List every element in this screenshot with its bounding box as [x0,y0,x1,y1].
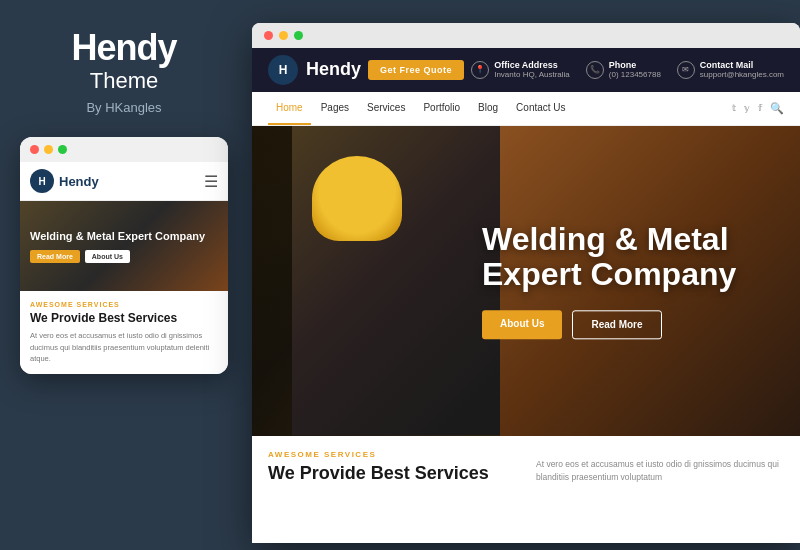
site-logo-name: Hendy [306,59,361,80]
site-hero: Welding & Metal Expert Company About Us … [252,126,800,436]
phone-value: (0) 123456788 [609,70,661,79]
nav-socials: 𝕥 𝕪 𝕗 🔍 [732,102,784,115]
hero-read-more-button[interactable]: Read More [572,310,661,339]
site-nav: Home Pages Services Portfolio Blog Conta… [252,92,800,126]
services-body-text: At vero eos et accusamus et iusto odio d… [536,458,784,485]
get-free-quote-button[interactable]: Get Free Quote [368,60,464,80]
mobile-titlebar [20,137,228,162]
mobile-section-title: We Provide Best Services [30,311,218,325]
topbar-contacts: 📍 Office Address Invanto HQ, Australia 📞… [471,60,784,79]
phone-info: Phone (0) 123456788 [609,60,661,79]
address-icon: 📍 [471,61,489,79]
browser-content: H Hendy Get Free Quote 📍 Office Address … [252,48,800,543]
left-panel: Hendy Theme By HKangles H Hendy ☰ Weldin… [0,0,248,550]
facebook-icon[interactable]: 𝕗 [758,103,762,113]
nav-contact[interactable]: Contact Us [508,92,573,125]
lower-right: At vero eos et accusamus et iusto odio d… [536,450,784,529]
browser-dot-green [294,31,303,40]
topbar-logo-area: H Hendy [268,55,361,85]
nav-pages[interactable]: Pages [313,92,357,125]
nav-links: Home Pages Services Portfolio Blog Conta… [268,92,574,125]
contact-address: 📍 Office Address Invanto HQ, Australia [471,60,570,79]
mobile-logo-area: H Hendy [30,169,99,193]
mobile-section-tag: AWESOME SERVICES [30,301,218,308]
mobile-hero-buttons: Read More About Us [30,250,218,263]
nav-blog[interactable]: Blog [470,92,506,125]
mobile-preview-card: H Hendy ☰ Welding & Metal Expert Company… [20,137,228,374]
address-value: Invanto HQ, Australia [494,70,570,79]
mobile-about-us-button[interactable]: About Us [85,250,130,263]
brand-title: Hendy [71,30,176,66]
contact-phone: 📞 Phone (0) 123456788 [586,60,661,79]
mail-value: support@hkangles.com [700,70,784,79]
mobile-dot-yellow [44,145,53,154]
services-tag: AWESOME SERVICES [268,450,516,459]
mail-info: Contact Mail support@hkangles.com [700,60,784,79]
contact-mail: ✉ Contact Mail support@hkangles.com [677,60,784,79]
mobile-section-body: At vero eos et accusamus et iusto odio d… [30,330,218,364]
nav-services[interactable]: Services [359,92,413,125]
mobile-nav: H Hendy ☰ [20,162,228,201]
phone-label: Phone [609,60,661,70]
mobile-dot-red [30,145,39,154]
address-info: Office Address Invanto HQ, Australia [494,60,570,79]
mobile-card-body: AWESOME SERVICES We Provide Best Service… [20,291,228,374]
mobile-dot-green [58,145,67,154]
hero-content: Welding & Metal Expert Company About Us … [482,222,800,339]
browser-titlebar [252,23,800,48]
site-lower-section: AWESOME SERVICES We Provide Best Service… [252,436,800,543]
mail-icon: ✉ [677,61,695,79]
mail-label: Contact Mail [700,60,784,70]
brand-sub: Theme [90,68,158,94]
hero-about-us-button[interactable]: About Us [482,310,562,339]
mobile-hero-title: Welding & Metal Expert Company [30,229,218,243]
address-label: Office Address [494,60,570,70]
mobile-hero: Welding & Metal Expert Company Read More… [20,201,228,291]
youtube-icon[interactable]: 𝕪 [744,103,750,113]
services-heading: We Provide Best Services [268,463,516,485]
phone-icon: 📞 [586,61,604,79]
mobile-logo-text: Hendy [59,174,99,189]
lower-left: AWESOME SERVICES We Provide Best Service… [268,450,516,529]
site-logo-icon: H [268,55,298,85]
mobile-read-more-button[interactable]: Read More [30,250,80,263]
hero-helmet-decoration [312,156,402,241]
mobile-logo-icon: H [30,169,54,193]
twitter-icon[interactable]: 𝕥 [732,103,736,113]
site-topbar: H Hendy Get Free Quote 📍 Office Address … [252,48,800,92]
brand-author: By HKangles [86,100,161,115]
browser-dot-red [264,31,273,40]
browser-window: H Hendy Get Free Quote 📍 Office Address … [252,23,800,543]
mobile-hamburger-icon[interactable]: ☰ [204,172,218,191]
nav-portfolio[interactable]: Portfolio [415,92,468,125]
hero-title: Welding & Metal Expert Company [482,222,800,292]
search-icon[interactable]: 🔍 [770,102,784,115]
browser-dot-yellow [279,31,288,40]
mobile-hero-content: Welding & Metal Expert Company Read More… [30,229,218,263]
nav-home[interactable]: Home [268,92,311,125]
hero-buttons: About Us Read More [482,310,800,339]
